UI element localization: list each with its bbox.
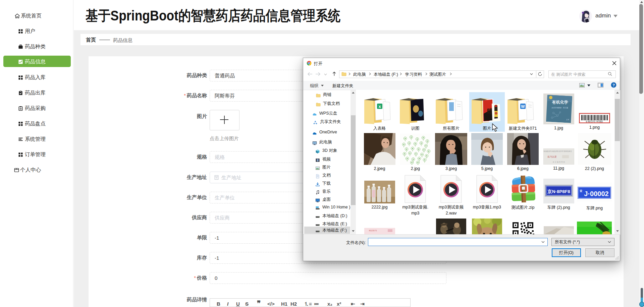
svg-text:京N·8P8F8: 京N·8P8F8 — [547, 189, 570, 194]
svg-text:实习认定: 实习认定 — [547, 156, 557, 158]
svg-text:?: ? — [612, 83, 615, 87]
svg-text:黄: 黄 — [580, 189, 583, 193]
svg-text:8023573: 8023573 — [369, 230, 377, 232]
svg-text:广东省机动车内轮训职业学年等级领发证: 广东省机动车内轮训职业学年等级领发证 — [543, 150, 572, 152]
svg-text:6 957270 747552: 6 957270 747552 — [586, 120, 603, 123]
svg-text:J.X: J.X — [566, 119, 569, 121]
svg-text:W: W — [521, 104, 525, 109]
svg-text:本 证 遍 查 有 效: 本 证 遍 查 有 效 — [552, 161, 565, 163]
svg-text:x: x — [378, 104, 381, 109]
svg-text:有机化学: 有机化学 — [552, 100, 568, 105]
svg-text:高等学校教材 · 第五版: 高等学校教材 · 第五版 — [551, 107, 568, 109]
svg-text:J·00002: J·00002 — [584, 190, 609, 197]
